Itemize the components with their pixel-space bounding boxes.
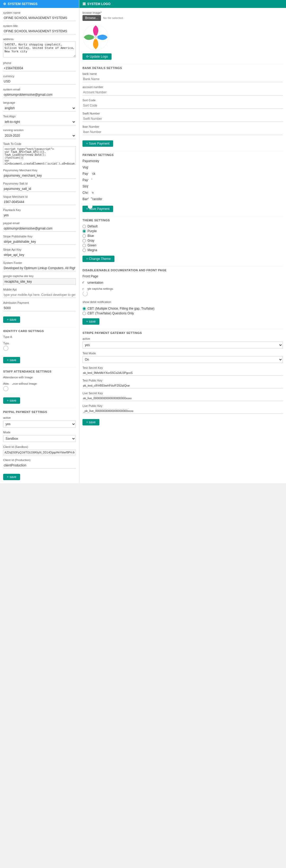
client-id-sandbox-group: Client Id (Sandbox) [3,445,76,455]
swift-number-label: Swift Number [83,112,283,115]
paypal-save-button[interactable]: + save [3,474,20,480]
type-b-group: Type B [3,342,76,352]
phone-input[interactable] [3,65,76,71]
stripe-api-key-input[interactable] [3,252,76,258]
tawk-code-textarea[interactable]: <script type="text/javascript"> var Tawk… [3,146,76,165]
change-theme-button[interactable]: + Change Theme [83,256,115,262]
text-align-select[interactable]: left-to-right [3,119,76,125]
theme-blue[interactable]: Blue [83,234,283,238]
staff-attendance-save-button[interactable]: + save [3,397,20,404]
stripe-live-secret-key-input[interactable] [83,396,283,401]
payumoney-merchant-key-group: Payumoney Merchant Key [3,169,76,179]
iban-number-input[interactable] [83,129,283,135]
paypal-mode-select[interactable]: Sandbox Live [3,435,76,442]
account-number-input[interactable] [83,89,283,95]
identity-card-section-title: IDENTITY CARD SETTINGS [3,327,76,333]
paypal-email-input[interactable] [3,225,76,231]
paypal-active-select[interactable]: yes no [3,421,76,428]
theme-megna-radio[interactable] [83,249,86,252]
google-captcha-site-key-label: google captcha site key [3,274,76,278]
stripe-test-secret-key-label: Test Secret Key [83,366,283,369]
system-email-input[interactable] [3,92,76,98]
client-id-sandbox-label: Client Id (Sandbox) [3,445,76,448]
stripe-test-public-key-group: Test Public Key [83,379,283,389]
phone-label: phone [3,61,76,64]
running-session-select[interactable]: 2019-2020 [3,132,76,139]
stripe-test-mode-group: Test Mode On Off [83,352,283,363]
stripe-test-mode-select[interactable]: On Off [83,356,283,363]
theme-green-radio[interactable] [83,244,86,247]
stripe-active-select[interactable]: yes no [83,342,283,348]
system-name-label: system name [3,11,76,14]
stripe-toggle-row: Stripe [83,185,283,188]
google-captcha-settings-group: google captcha settings [83,287,283,297]
client-id-sandbox-input[interactable] [3,450,76,455]
system-logo-icon: 🖼 [83,2,86,6]
system-footer-input[interactable] [3,265,76,271]
vogue-merchant-id-input[interactable] [3,199,76,205]
theme-megna[interactable]: Megna [83,248,283,252]
system-name-input[interactable] [3,15,76,21]
system-email-group: system email [3,88,76,98]
client-id-production-input[interactable] [3,462,76,468]
theme-gray[interactable]: Gray [83,239,283,243]
theme-green[interactable]: Green [83,244,283,247]
stripe-live-public-key-input[interactable] [83,408,283,414]
theme-gray-radio[interactable] [83,239,86,243]
bank-name-group: bank name [83,72,283,82]
mobile-api-input[interactable] [3,292,76,298]
swift-number-input[interactable] [83,116,283,122]
stripe-test-secret-key-input[interactable] [83,370,283,376]
phone-group: phone [3,61,76,71]
language-select[interactable]: english [3,105,76,112]
text-align-group: Text Align left-to-right [3,115,76,125]
vogue-merchant-id-label: Vogue Merchant Id [3,195,76,198]
bank-name-input[interactable] [83,76,283,82]
theme-blue-radio[interactable] [83,234,86,238]
client-id-production-group: Client Id (Production) [3,459,76,468]
currency-input[interactable] [3,79,76,85]
admission-payment-input[interactable] [3,305,76,311]
iban-number-group: Iban Number [83,125,283,135]
theme-default-radio[interactable] [83,225,86,228]
no-file-text: No file selected. [103,17,124,20]
attendance-without-image-group: Attendance without Image [3,382,76,392]
cbt-option2[interactable]: CBT: (True/false) Questions Only [83,311,283,315]
iban-number-label: Iban Number [83,125,283,128]
cbt-save-button[interactable]: + save [83,318,99,325]
google-captcha-settings-label: google captcha settings [83,287,283,290]
stripe-publishable-key-input[interactable] [3,239,76,245]
update-logo-button[interactable]: ⟳ Update Logo [83,53,112,60]
cbt-option1-radio[interactable] [83,307,86,310]
google-captcha-site-key-input[interactable] [3,278,76,285]
paypal-payment-section-title: PAYPAL PAYMENT SETTINGS [3,408,76,413]
system-footer-group: System Footer [3,261,76,271]
paypal-mode-label: Mode [3,431,76,434]
attendance-without-image-circle[interactable] [3,386,8,391]
cbt-option1[interactable]: CBT: (Multiple Choice, Filling the gap, … [83,307,283,310]
system-title-input[interactable] [3,28,76,34]
stripe-test-public-key-input[interactable] [83,383,283,389]
theme-purple[interactable]: Purple [83,229,283,233]
type-b-circle-toggle[interactable] [3,346,8,351]
theme-default[interactable]: Default [83,224,283,228]
cbt-option2-radio[interactable] [83,312,86,315]
main-save-button[interactable]: + save [3,316,20,323]
stripe-publishable-key-group: Stripe Publishable Key [3,235,76,245]
bank-save-payment-button[interactable]: + Save Payment [83,141,113,147]
running-session-group: running session 2019-2020 [3,128,76,139]
identity-card-save-button[interactable]: + save [3,357,20,363]
paystack-key-input[interactable] [3,212,76,218]
theme-purple-radio[interactable] [83,229,86,233]
swift-number-group: Swift Number [83,112,283,122]
stripe-api-key-label: Stripe Api Key [3,248,76,251]
browse-button[interactable]: Browse... [83,15,101,21]
text-align-label: Text Align [3,115,76,118]
stripe-save-button[interactable]: + save [83,419,99,425]
payumoney-merchant-key-input[interactable] [3,173,76,179]
sort-code-input[interactable] [83,102,283,108]
payment-save-payment-button[interactable]: + Save Payment [83,206,113,212]
payumoney-salt-id-input[interactable] [3,186,76,192]
address-textarea[interactable]: 549787, Kertz shopping complexit, Silico… [3,41,76,57]
tawk-code-label: Tawk To Code [3,142,76,146]
